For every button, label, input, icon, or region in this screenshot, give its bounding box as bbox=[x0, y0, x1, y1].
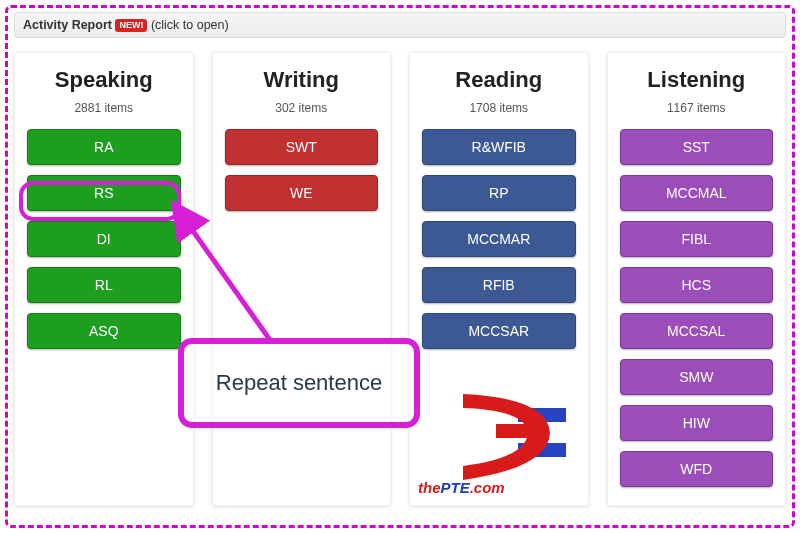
btn-hcs[interactable]: HCS bbox=[620, 267, 774, 303]
btn-rfib[interactable]: RFIB bbox=[422, 267, 576, 303]
column-count: 1167 items bbox=[620, 101, 774, 115]
callout-text: Repeat sentence bbox=[216, 370, 382, 396]
btn-we[interactable]: WE bbox=[225, 175, 379, 211]
column-title: Reading bbox=[422, 67, 576, 93]
column-count: 302 items bbox=[225, 101, 379, 115]
btn-sst[interactable]: SST bbox=[620, 129, 774, 165]
column-title: Speaking bbox=[27, 67, 181, 93]
column-title: Listening bbox=[620, 67, 774, 93]
btn-asq[interactable]: ASQ bbox=[27, 313, 181, 349]
btn-wfd[interactable]: WFD bbox=[620, 451, 774, 487]
logo-text: thePTE.com bbox=[418, 479, 505, 496]
btn-mccmar[interactable]: MCCMAR bbox=[422, 221, 576, 257]
activity-report-hint: (click to open) bbox=[151, 18, 229, 32]
activity-report-bar[interactable]: Activity Report NEW! (click to open) bbox=[14, 12, 786, 38]
btn-rwfib[interactable]: R&WFIB bbox=[422, 129, 576, 165]
column-count: 1708 items bbox=[422, 101, 576, 115]
column-title: Writing bbox=[225, 67, 379, 93]
btn-rp[interactable]: RP bbox=[422, 175, 576, 211]
category-columns: Speaking 2881 items RA RS DI RL ASQ Writ… bbox=[14, 52, 786, 506]
btn-swt[interactable]: SWT bbox=[225, 129, 379, 165]
btn-rl[interactable]: RL bbox=[27, 267, 181, 303]
thepte-logo: thePTE.com bbox=[408, 388, 598, 496]
column-listening: Listening 1167 items SST MCCMAL FIBL HCS… bbox=[607, 52, 787, 506]
btn-mccsar[interactable]: MCCSAR bbox=[422, 313, 576, 349]
btn-mccsal[interactable]: MCCSAL bbox=[620, 313, 774, 349]
activity-report-title: Activity Report bbox=[23, 18, 112, 32]
btn-mccmal[interactable]: MCCMAL bbox=[620, 175, 774, 211]
btn-fibl[interactable]: FIBL bbox=[620, 221, 774, 257]
btn-smw[interactable]: SMW bbox=[620, 359, 774, 395]
column-writing: Writing 302 items SWT WE bbox=[212, 52, 392, 506]
column-count: 2881 items bbox=[27, 101, 181, 115]
btn-ra[interactable]: RA bbox=[27, 129, 181, 165]
callout-repeat-sentence: Repeat sentence bbox=[178, 338, 420, 428]
btn-di[interactable]: DI bbox=[27, 221, 181, 257]
column-speaking: Speaking 2881 items RA RS DI RL ASQ bbox=[14, 52, 194, 506]
svg-rect-3 bbox=[496, 424, 532, 438]
btn-hiw[interactable]: HIW bbox=[620, 405, 774, 441]
btn-rs[interactable]: RS bbox=[27, 175, 181, 211]
new-badge: NEW! bbox=[115, 19, 147, 32]
